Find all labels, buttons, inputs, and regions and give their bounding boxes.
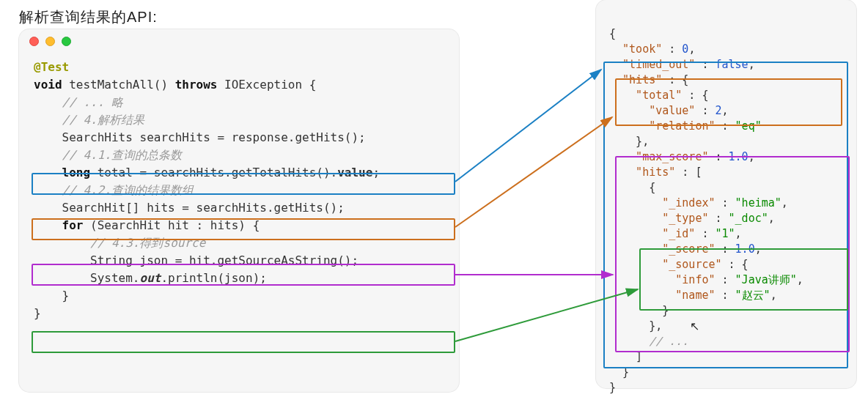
json-key: "_type" [609,212,708,225]
annotation: @Test [34,60,69,74]
comma: , [797,273,803,286]
comment: // ... [609,335,688,348]
brace: { [609,27,616,40]
comma: , [722,104,729,117]
svg-line-1 [455,117,612,227]
bracket: ] [609,350,642,363]
json-str: "1" [716,227,735,240]
text: (SearchHit hit : hits) { [83,218,260,232]
brace: }, [609,319,662,333]
colon: : [695,227,715,240]
indent [34,166,62,179]
brace: } [609,381,616,394]
json-key: "hits" [609,166,675,179]
colon: : [716,273,735,286]
kw-void: void [34,78,62,92]
cursor-icon: ↖ [690,319,699,333]
field-out: out [140,271,161,285]
page-title: 解析查询结果的API: [19,7,158,27]
json-key: "total" [609,89,682,102]
colon: : [708,212,728,225]
json-str: "Java讲师" [735,273,797,286]
brace: }, [609,135,649,148]
colon: : [716,242,735,256]
left-code-area: @Test void testMatchAll() throws IOExcep… [19,53,459,334]
window-titlebar [19,29,459,53]
comment: // ... 略 [34,95,123,109]
text: : [ [675,166,702,179]
text: ; [372,166,380,179]
json-str: "heima" [735,196,781,209]
json-bool: false [716,58,749,71]
colon: : [662,42,682,56]
indent [34,218,62,232]
colon: : [695,104,715,117]
maximize-icon [62,37,71,46]
comma: , [749,150,755,163]
comma: , [735,227,742,240]
kw-throws: throws [175,78,218,92]
json-key: "name" [609,289,716,302]
json-str: "_doc" [729,212,768,225]
colon: : [708,150,728,163]
brace: { [609,181,655,194]
json-key: "_source" [609,258,722,271]
comment: // 4.3.得到source [34,236,205,250]
json-key: "took" [609,42,662,56]
comma: , [688,42,695,56]
text: .println(json); [161,271,267,285]
close-icon [29,37,39,46]
colon: : [716,119,735,133]
comment: // 4.1.查询的总条数 [34,148,182,162]
code-line: } [34,289,69,303]
brace: } [609,366,629,379]
text: : { [662,73,688,86]
json-key: "relation" [609,119,716,133]
comma: , [770,289,777,302]
json-num: 1.0 [735,242,755,256]
svg-line-0 [455,70,601,182]
window-titlebar [596,0,856,23]
code-line: String json = hit.getSourceAsString(); [34,253,358,267]
text: System. [34,271,140,285]
right-code-area: { "took" : 0, "timed_out" : false, "hits… [596,23,856,397]
text: : { [682,89,708,102]
json-key: "timed_out" [609,58,695,71]
text: total = searchHits.getTotalHits(). [90,166,337,179]
json-key: "_index" [609,196,716,209]
comma: , [749,58,755,71]
json-str: "eq" [735,119,762,133]
comma: , [781,196,788,209]
json-key: "info" [609,273,716,286]
prop-value: value [337,166,372,179]
text: IOException { [217,78,316,92]
colon: : [716,196,735,209]
kw-long: long [62,166,91,179]
code-line: SearchHit[] hits = searchHits.getHits(); [34,201,345,215]
comment: // 4.解析结果 [34,113,144,127]
method-name: testMatchAll() [62,78,175,92]
brace: } [609,304,669,317]
text: : { [722,258,749,271]
json-key: "hits" [609,73,662,86]
json-key: "max_score" [609,150,708,163]
colon: : [716,289,735,302]
minimize-icon [45,37,55,46]
json-key: "_score" [609,242,716,256]
json-num: 2 [716,104,722,117]
json-str: "赵云" [735,289,770,302]
code-line: SearchHits searchHits = response.getHits… [34,130,366,144]
json-num: 1.0 [729,150,749,163]
colon: : [695,58,715,71]
comment: // 4.2.查询的结果数组 [34,183,194,197]
kw-for: for [62,218,84,232]
comma: , [755,242,762,256]
code-line: } [34,306,41,320]
json-key: "_id" [609,227,695,240]
right-code-window: { "took" : 0, "timed_out" : false, "hits… [596,0,856,388]
left-code-window: @Test void testMatchAll() throws IOExcep… [19,29,459,392]
comma: , [768,212,775,225]
json-key: "value" [609,104,695,117]
